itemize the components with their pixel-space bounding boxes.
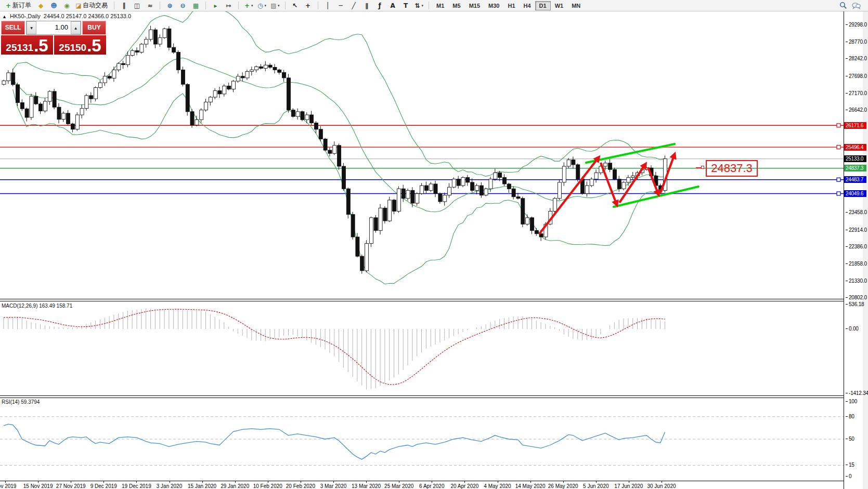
date-axis-tick <box>170 481 170 483</box>
date-axis-label: 10 Feb 2020 <box>253 483 282 489</box>
price-annotation-box[interactable]: 24837.3 <box>706 160 758 177</box>
dropdown-caret-icon: ▾ <box>251 4 253 8</box>
label-icon[interactable]: T <box>400 1 412 11</box>
autotrade-icon[interactable]: ◪自动交易 <box>74 1 110 11</box>
date-axis-tick <box>464 481 465 483</box>
price-axis-tick: 28770.0 <box>846 39 867 45</box>
periods-icon[interactable]: ◷▾ <box>256 1 268 11</box>
date-axis-label: 3 Jan 2020 <box>157 483 183 489</box>
price-axis-tick: 20802.0 <box>846 295 867 300</box>
toolbar-separator <box>318 2 318 9</box>
chart-header: ▲ HK50-,Daily 24454.0 25147.0 24366.0 25… <box>2 13 131 19</box>
price-axis-tick: 22386.0 <box>846 244 867 249</box>
macd-pane-canvas[interactable] <box>0 301 844 396</box>
rsi-pane-canvas[interactable] <box>0 398 844 481</box>
new-order-icon-label: 新订单 <box>12 1 31 10</box>
date-axis-tick <box>136 481 137 483</box>
annotation-anchor-handle[interactable] <box>701 166 704 169</box>
cursor-icon[interactable]: ↖ <box>289 1 301 11</box>
rsi-axis-tick: 0 <box>846 473 851 479</box>
pane-splitter-rsi[interactable] <box>0 395 844 398</box>
timeframe-m5[interactable]: M5 <box>448 1 464 10</box>
date-axis-label: 20 Apr 2020 <box>450 483 478 489</box>
text-icon[interactable]: A <box>387 1 399 11</box>
pane-splitter-macd[interactable] <box>0 299 844 301</box>
arrows-icon[interactable]: ⇅▾ <box>413 1 425 11</box>
bar-chart-icon[interactable]: ‖ <box>118 1 130 11</box>
candlestick-chart-icon[interactable]: ◫ <box>131 1 143 11</box>
line-chart-icon[interactable]: ≈ <box>144 1 156 11</box>
autotrade-icon-label: 自动交易 <box>83 1 108 10</box>
zoom-in-icon[interactable]: ⊕ <box>164 1 176 11</box>
buy-price-box[interactable]: 25150 .5 <box>54 35 106 55</box>
date-axis-label: 15 Nov 2019 <box>23 483 53 489</box>
timeframe-d1[interactable]: D1 <box>535 1 551 10</box>
sell-price-box[interactable]: 25131 .5 <box>1 35 53 55</box>
signal-icon[interactable]: ◉ <box>61 1 73 11</box>
buy-price-fraction: .5 <box>87 38 101 53</box>
price-axis-tick: 21330.0 <box>846 278 867 284</box>
search-icon[interactable] <box>837 1 849 11</box>
date-axis-label: 19 Dec 2019 <box>122 483 151 489</box>
price-axis-tick: 23458.0 <box>846 209 867 215</box>
rsi-axis-tick: 100 <box>846 399 857 404</box>
date-axis-tick <box>333 481 334 483</box>
dropdown-caret-icon: ▾ <box>278 4 280 8</box>
channel-icon[interactable]: ∥ <box>361 1 373 11</box>
date-axis-tick <box>301 481 301 483</box>
price-axis-tick: 28242.0 <box>846 56 867 61</box>
timeframe-m1[interactable]: M1 <box>432 1 448 10</box>
main-chart-canvas[interactable] <box>0 11 844 300</box>
dropdown-caret-icon: ▾ <box>422 4 424 8</box>
date-axis-label: 9 Dec 2019 <box>90 483 117 489</box>
buy-button[interactable]: BUY <box>82 21 106 35</box>
date-axis: Nov 201915 Nov 201927 Nov 20199 Dec 2019… <box>0 481 844 489</box>
date-axis-label: 26 May 2020 <box>548 483 578 489</box>
chart-open: 24454.0 <box>44 13 64 19</box>
toolbar-separator <box>205 2 206 9</box>
auto-scroll-icon[interactable]: ▸ <box>210 1 222 11</box>
timeframe-mn[interactable]: MN <box>567 1 585 10</box>
date-axis-tick <box>202 481 203 483</box>
profile-icon[interactable]: ☻ <box>48 1 60 11</box>
fibonacci-icon[interactable]: ƒ <box>374 1 386 11</box>
timeframe-w1[interactable]: W1 <box>551 1 568 10</box>
date-axis-tick <box>563 481 564 483</box>
chart-shift-icon[interactable]: ↦ <box>223 1 235 11</box>
macd-label: MACD(12,26,9) 163.49 158.71 <box>2 303 72 309</box>
date-axis-label: 6 Apr 2020 <box>419 483 444 489</box>
chart-high: 25147.0 <box>66 13 87 19</box>
date-axis-tick <box>71 481 71 483</box>
date-axis-tick <box>662 481 662 483</box>
timeframe-h1[interactable]: H1 <box>503 1 519 10</box>
date-axis-tick <box>366 481 367 483</box>
timeframe-m30[interactable]: M30 <box>484 1 503 10</box>
volume-decrease-button[interactable]: ▼ <box>27 21 36 34</box>
timeframe-h4[interactable]: H4 <box>520 1 535 10</box>
history-icon[interactable]: ◆ <box>35 1 47 11</box>
date-axis-tick <box>432 481 432 483</box>
timeframe-m15[interactable]: M15 <box>465 1 484 10</box>
vertical-line-icon[interactable]: │ <box>322 1 334 11</box>
price-level-tag: 24483.7 <box>844 176 866 183</box>
templates-icon[interactable]: ▨▾ <box>269 1 281 11</box>
date-axis-label: Nov 2019 <box>0 483 16 489</box>
date-axis-label: 25 Mar 2020 <box>384 483 413 489</box>
tile-windows-icon[interactable]: ▦ <box>190 1 202 11</box>
zoom-out-icon[interactable]: ⊖ <box>177 1 189 11</box>
new-order-icon[interactable]: +新订单 <box>4 1 34 11</box>
toolbar: +新订单◆☻◉◪自动交易‖◫≈⊕⊖▦▸↦+▾◷▾▨▾↖+│─╱∥ƒAT⇅▾M1M… <box>0 0 868 11</box>
date-axis-tick <box>103 481 104 483</box>
volume-increase-button[interactable]: ▲ <box>71 21 81 34</box>
chat-icon[interactable] <box>850 1 862 11</box>
indicators-icon[interactable]: +▾ <box>242 1 255 11</box>
horizontal-line-icon[interactable]: ─ <box>335 1 347 11</box>
date-axis-tick <box>5 481 6 483</box>
trendline-icon[interactable]: ╱ <box>348 1 360 11</box>
crosshair-icon[interactable]: + <box>302 1 314 11</box>
date-axis-tick <box>498 481 498 483</box>
price-axis-tick: 27170.0 <box>846 90 867 96</box>
sell-button[interactable]: SELL <box>1 21 25 35</box>
macd-axis-tick: 0.00 <box>846 326 859 332</box>
volume-input[interactable]: 1.00 <box>36 21 71 34</box>
